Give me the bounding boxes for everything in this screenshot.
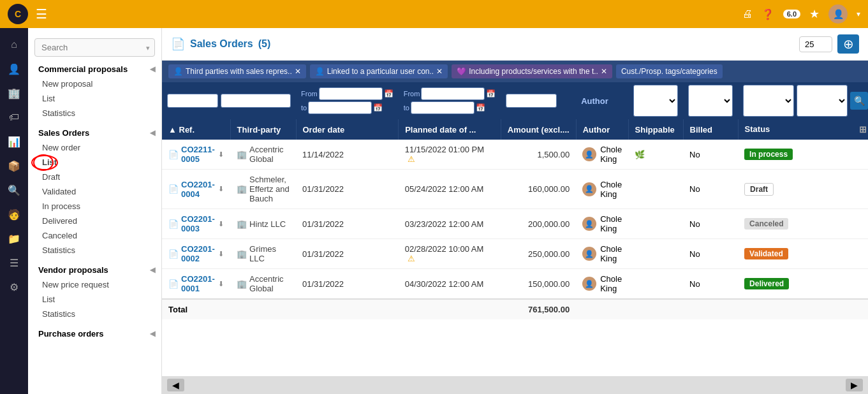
sidebar-item-stats-vendor[interactable]: Statistics xyxy=(28,307,161,321)
avatar-dropdown-arrow[interactable]: ▾ xyxy=(857,10,860,18)
filter-linked-user-close[interactable]: ✕ xyxy=(436,67,443,76)
ref-link-1[interactable]: CO2211-0005 xyxy=(181,145,216,164)
ref-link-3[interactable]: CO2201-0003 xyxy=(181,214,216,233)
filter-planneddate-group: From 📅 to 📅 xyxy=(404,87,496,114)
sidebar-item-delivered[interactable]: Delivered xyxy=(28,214,161,228)
cell-planneddate-4: 02/28/2022 10:00 AM ⚠ xyxy=(399,239,501,269)
filter-ref-input[interactable] xyxy=(167,94,218,108)
to-label-2: to xyxy=(404,104,409,112)
filter-thirdparty-input[interactable] xyxy=(221,94,291,108)
sidebar-item-validated[interactable]: Validated xyxy=(28,184,161,199)
cell-ref-5: 📄 CO2201-0001 ⬇ xyxy=(162,269,230,300)
help-icon[interactable]: ❓ xyxy=(761,8,774,20)
sidebar-icon-building[interactable]: 🏢 xyxy=(2,82,26,105)
total-label: Total xyxy=(162,299,501,319)
main-layout: ⌂ 👤 🏢 🏷 📊 📦 🔍 🧑 📁 ☰ ⚙ ▾ Commercial propo… xyxy=(0,28,868,394)
print-icon[interactable]: 🖨 xyxy=(742,8,753,20)
filter-billed-select[interactable] xyxy=(688,85,733,117)
per-page-select[interactable]: 25 50 100 500 xyxy=(799,36,832,52)
add-button[interactable]: ⊕ xyxy=(837,34,859,54)
sidebar-item-new-order[interactable]: New order xyxy=(28,140,161,155)
status-badge-3: Canceled xyxy=(744,218,788,230)
filter-shippable-select[interactable] xyxy=(633,85,678,117)
vendor-proposals-label: Vendor proposals xyxy=(34,265,108,275)
filter-status-select[interactable] xyxy=(743,85,794,117)
download-icon-2[interactable]: ⬇ xyxy=(218,185,224,193)
sidebar-item-stats-orders[interactable]: Statistics xyxy=(28,243,161,258)
sidebar-item-canceled[interactable]: Canceled xyxy=(28,228,161,243)
search-dropdown-arrow[interactable]: ▾ xyxy=(146,43,150,52)
sidebar-item-draft[interactable]: Draft xyxy=(28,170,161,184)
filter-tag-linked-user[interactable]: 👤 Linked to a particular user con.. ✕ xyxy=(310,64,448,78)
download-icon-4[interactable]: ⬇ xyxy=(218,250,224,258)
sidebar-item-list-orders[interactable]: List xyxy=(28,155,161,170)
sidebar-item-list-vendor[interactable]: List xyxy=(28,292,161,307)
search-input[interactable] xyxy=(34,38,155,57)
sidebar-icon-home[interactable]: ⌂ xyxy=(2,33,26,56)
table-row: 📄 CO2211-0005 ⬇ 🏢 Accentric Global 11/ xyxy=(162,140,868,170)
sidebar-item-in-process[interactable]: In process xyxy=(28,199,161,214)
filter-tag-cust-tags[interactable]: Cust./Prosp. tags/categories xyxy=(616,64,723,78)
sidebar-item-new-price-request[interactable]: New price request xyxy=(28,277,161,292)
sidebar-item-new-proposal[interactable]: New proposal xyxy=(28,77,161,91)
commercial-proposals-collapse[interactable]: ◀ xyxy=(150,65,155,73)
filter-status2-select[interactable] xyxy=(797,85,848,117)
calendar-icon-2[interactable]: 📅 xyxy=(373,103,383,112)
filter-purple-icon: 💜 xyxy=(457,67,466,76)
filter-planneddate-from[interactable] xyxy=(421,87,485,100)
sidebar-icon-search[interactable]: 🔍 xyxy=(2,179,26,201)
menu-toggle-icon[interactable]: ☰ xyxy=(36,6,47,22)
calendar-icon-4[interactable]: 📅 xyxy=(476,103,485,112)
filter-planneddate-to[interactable] xyxy=(411,101,474,114)
filter-search-button[interactable]: 🔍 xyxy=(850,92,868,110)
calendar-icon-3[interactable]: 📅 xyxy=(486,89,496,98)
sidebar-icon-folder[interactable]: 📁 xyxy=(2,227,26,250)
filter-orderdate-to[interactable] xyxy=(308,101,372,114)
filter-amount-input[interactable] xyxy=(506,94,557,108)
vendor-proposals-collapse[interactable]: ◀ xyxy=(150,266,155,274)
vendor-proposals-header[interactable]: Vendor proposals ◀ xyxy=(28,263,161,277)
company-icon-2: 🏢 xyxy=(237,184,247,194)
sales-orders-header[interactable]: Sales Orders ◀ xyxy=(28,126,161,140)
status-badge-4: Validated xyxy=(744,248,788,259)
scroll-right-button[interactable]: ▶ xyxy=(846,379,863,391)
filter-tag-third-parties[interactable]: 👤 Third parties with sales repres.. ✕ xyxy=(168,64,306,78)
filter-including-products-close[interactable]: ✕ xyxy=(601,67,607,76)
data-table: From 📅 to 📅 xyxy=(162,82,868,319)
doc-icon-2: 📄 xyxy=(168,184,179,194)
calendar-icon-1[interactable]: 📅 xyxy=(384,89,394,98)
cell-planneddate-2: 05/24/2022 12:00 AM xyxy=(399,170,501,209)
sales-orders-collapse[interactable]: ◀ xyxy=(150,129,155,137)
col-ref[interactable]: ▲ Ref. xyxy=(162,119,230,140)
favorites-icon[interactable]: ★ xyxy=(809,7,820,21)
sidebar-icon-tag[interactable]: 🏷 xyxy=(2,106,26,129)
purchase-orders-header[interactable]: Purchase orders ◀ xyxy=(28,326,161,341)
app-logo[interactable]: C xyxy=(8,4,28,24)
sidebar-item-stats-proposals[interactable]: Statistics xyxy=(28,106,161,120)
sidebar-icon-gear[interactable]: ⚙ xyxy=(2,275,26,298)
sidebar-icon-box[interactable]: 📦 xyxy=(2,154,26,177)
ref-link-2[interactable]: CO2201-0004 xyxy=(181,180,216,199)
filter-third-parties-close[interactable]: ✕ xyxy=(295,67,301,76)
purchase-orders-collapse[interactable]: ◀ xyxy=(150,330,155,338)
col-status: Status ⊞ xyxy=(738,119,868,140)
ref-link-5[interactable]: CO2201-0001 xyxy=(181,274,216,293)
user-avatar[interactable]: 👤 xyxy=(828,4,848,24)
download-icon-1[interactable]: ⬇ xyxy=(218,150,224,159)
download-icon-5[interactable]: ⬇ xyxy=(218,280,224,288)
commercial-proposals-header[interactable]: Commercial proposals ◀ xyxy=(28,62,161,77)
filter-orderdate-from[interactable] xyxy=(319,87,383,100)
sidebar-icon-list[interactable]: ☰ xyxy=(2,251,26,274)
sidebar-item-list-proposals[interactable]: List xyxy=(28,91,161,106)
sidebar-icon-chart[interactable]: 📊 xyxy=(2,130,26,153)
download-icon-3[interactable]: ⬇ xyxy=(218,220,224,228)
sidebar-icon-person[interactable]: 🧑 xyxy=(2,203,26,226)
cell-thirdparty-5: 🏢 Accentric Global xyxy=(230,269,296,300)
scroll-left-button[interactable]: ◀ xyxy=(167,379,184,391)
cell-amount-5: 150,000.00 xyxy=(501,269,576,300)
cell-author-3: 👤 Chole King xyxy=(576,209,628,239)
sidebar-icon-user[interactable]: 👤 xyxy=(2,57,26,80)
grid-view-icon[interactable]: ⊞ xyxy=(859,124,867,135)
filter-tag-including-products[interactable]: 💜 Including products/services with the t… xyxy=(452,64,612,78)
ref-link-4[interactable]: CO2201-0002 xyxy=(181,244,216,263)
